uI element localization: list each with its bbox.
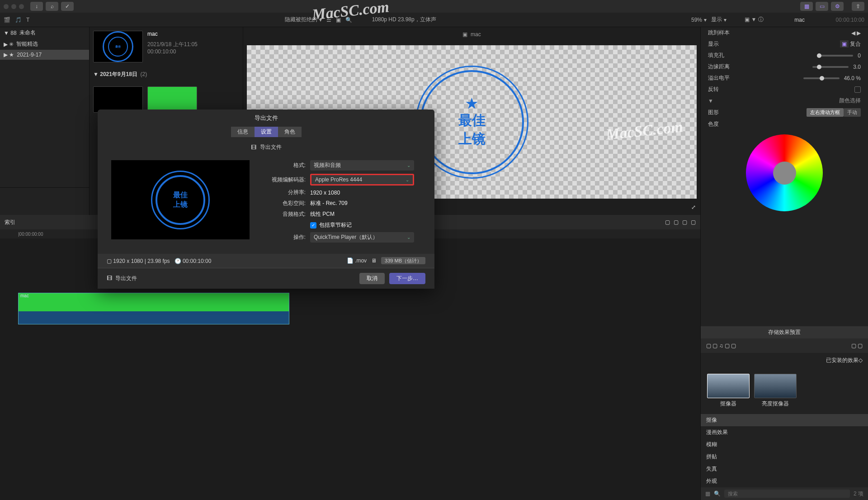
layout-inspector-button[interactable]: ⚙ (831, 2, 844, 11)
filter-dropdown[interactable]: 隐藏被拒绝的 ▾ (285, 16, 322, 24)
event-row[interactable]: ▶ ★ 2021-9-17 (0, 50, 89, 60)
effect-tile[interactable]: 抠像器 (707, 374, 750, 408)
index-button[interactable]: 索引 (5, 219, 15, 226)
clip-thumbnail[interactable]: 最佳 (93, 31, 143, 62)
media-photo-icon[interactable]: 🎵 (15, 17, 22, 23)
viewer-view-dropdown[interactable]: 显示 ▾ (711, 16, 726, 24)
timeline-clip[interactable]: mac (18, 293, 289, 324)
library-row[interactable]: ▼ 88 未命名 (0, 27, 89, 38)
effects-count-label: 2 项 (854, 490, 863, 498)
keyword-button[interactable]: ⌕ (46, 2, 58, 11)
tab-info[interactable]: 信息 (231, 127, 255, 137)
media-titles-icon[interactable]: T (26, 17, 29, 23)
traffic-lights (4, 4, 24, 9)
clip-name-label: mac (147, 31, 198, 37)
fullscreen-icon[interactable]: ⤢ (691, 204, 696, 213)
inspector-clip-name: mac (794, 17, 805, 23)
clip-thumbnail[interactable] (93, 86, 143, 113)
tab-roles[interactable]: 角色 (278, 127, 302, 137)
inspector-tab-icon[interactable]: ▣ ▼ ⓘ (745, 16, 764, 24)
cancel-button[interactable]: 取消 (359, 273, 385, 284)
invert-checkbox[interactable] (854, 86, 861, 93)
viewer-format-label: 1080p HD 23.98p，立体声 (372, 16, 436, 24)
clip-duration-label: 00:00:10:00 (147, 48, 198, 55)
save-preset-button[interactable]: 存储效果预置 (701, 326, 868, 338)
effect-category-item[interactable]: 抠像 (701, 414, 868, 426)
dialog-title: 导出文件 (98, 110, 434, 127)
maximize-icon[interactable] (19, 4, 24, 9)
clip-thumbnail[interactable] (147, 86, 197, 113)
codec-select[interactable]: Apple ProRes 4444⌄ (310, 174, 414, 186)
color-wheel[interactable] (746, 134, 823, 211)
tool-icon[interactable]: ▢ (682, 219, 687, 225)
next-button[interactable]: 下一步… (389, 273, 425, 284)
inspector-time-label: 00:00:10:00 (836, 17, 864, 23)
effect-category-item[interactable]: 模糊 (701, 438, 868, 451)
date-group-header: ▼ 2021年9月18日 (2) (93, 71, 239, 78)
colorspace-value: 标准 - Rec. 709 (310, 200, 421, 207)
tab-settings[interactable]: 设置 (255, 127, 278, 137)
export-meta: ▢ 1920 x 1080 | 23.98 fps 🕐 00:00:10:00 (107, 258, 211, 264)
effect-tile[interactable]: 亮度抠像器 (754, 374, 797, 408)
layout-browser-button[interactable]: ▦ (800, 2, 813, 11)
window-titlebar: ↓ ⌕ ✓ ▦ ▭ ⚙ ⇧ (0, 0, 868, 13)
clip-appearance-icon[interactable]: ☰ (326, 17, 331, 23)
export-header-label: 导出文件 (260, 143, 282, 151)
format-select[interactable]: 视频和音频⌄ (310, 160, 414, 171)
effects-tool-icon[interactable]: ▢ ▢ ♫ ▢ ▢ (706, 343, 736, 349)
clip-date-label: 2021/9/18 上午11:05 (147, 41, 198, 48)
minimize-icon[interactable] (11, 4, 16, 9)
inspector-panel: 跳到样本◀ ▶ 显示▣ 复合 填充孔0 边缘距离3.0 溢出电平46.0 % 反… (701, 27, 868, 500)
close-icon[interactable] (4, 4, 9, 9)
effect-category-list: 抠像 漫画效果 模糊 拼贴 失真 外观 (701, 414, 868, 487)
effects-tool-icon[interactable]: ▢ ▢ (851, 343, 863, 349)
audio-format-value: 线性 PCM (310, 210, 421, 218)
effects-title: 已安装的效果 (826, 357, 859, 364)
tool-icon[interactable]: ▢ (665, 219, 670, 225)
secondary-toolbar: 🎬 🎵 T 隐藏被拒绝的 ▾ ☰ ▣ 🔍 1080p HD 23.98p，立体声… (0, 13, 868, 27)
tool-icon[interactable]: ▢ (691, 219, 696, 225)
media-clapper-icon[interactable]: 🎬 (4, 17, 10, 23)
export-footer-label: 🎞 导出文件 (107, 275, 137, 282)
export-preview: 最佳上镜 (111, 160, 250, 239)
library-sidebar: ▼ 88 未命名 ▶ ✳ 智能精选 ▶ ★ 2021-9-17 (0, 27, 89, 188)
action-select[interactable]: QuickTime Player（默认）⌄ (310, 232, 414, 243)
resolution-value: 1920 x 1080 (310, 190, 421, 196)
effect-category-item[interactable]: 外观 (701, 475, 868, 487)
grid-icon[interactable]: ▦ (705, 490, 710, 497)
manual-mode-button[interactable]: 手动 (844, 108, 861, 117)
viewer-zoom-dropdown[interactable]: 59% ▾ (691, 17, 707, 23)
layout-timeline-button[interactable]: ▭ (816, 2, 828, 11)
effect-category-item[interactable]: 失真 (701, 463, 868, 475)
tool-icon[interactable]: ▢ (674, 219, 679, 225)
export-meta-right: 📄 .mov 🖥 339 MB（估计） (347, 257, 425, 264)
list-icon[interactable]: ▣ (336, 17, 341, 23)
import-button[interactable]: ↓ (30, 2, 43, 11)
background-tasks-button[interactable]: ✓ (61, 2, 74, 11)
shape-mode-button[interactable]: 左右滑动方框 (807, 108, 844, 117)
smart-collection-row[interactable]: ▶ ✳ 智能精选 (0, 38, 89, 50)
share-button[interactable]: ⇧ (852, 2, 864, 11)
film-icon: 🎞 (251, 144, 256, 151)
effect-category-item[interactable]: 漫画效果 (701, 426, 868, 438)
effects-search-input[interactable] (724, 490, 850, 498)
effect-category-item[interactable]: 拼贴 (701, 451, 868, 463)
search-icon[interactable]: 🔍 (345, 17, 352, 23)
viewer-clip-name: ▣ mac (462, 31, 481, 38)
export-dialog: 导出文件 信息 设置 角色 🎞 导出文件 最佳上镜 格式: 视频和音频⌄ 视频编… (98, 110, 434, 289)
search-icon: 🔍 (714, 490, 721, 497)
chapters-checkbox[interactable]: ✓包括章节标记 (310, 221, 421, 229)
